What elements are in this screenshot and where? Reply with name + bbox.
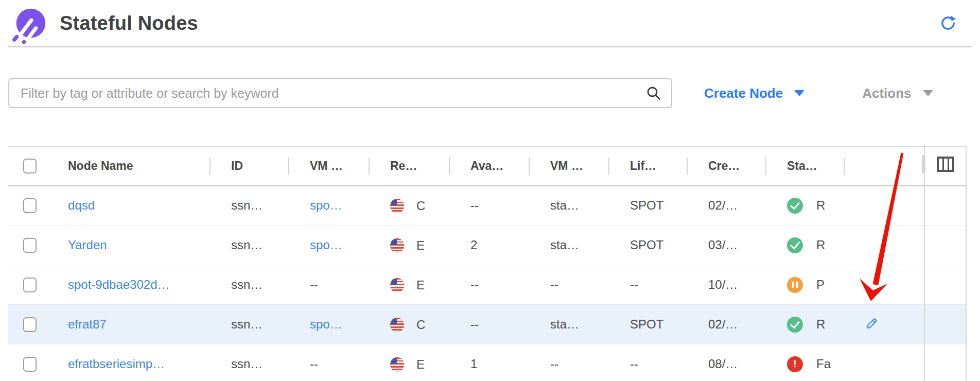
- vm-cell: spo…: [288, 305, 369, 344]
- vm-name-cell: sta…: [529, 305, 608, 344]
- node-name-link[interactable]: efratbseriesimp…: [68, 357, 165, 371]
- table-row[interactable]: efrat87ssn…spo…C--sta…SPOT02/…R: [8, 305, 966, 344]
- table-body: dqsdssn…spo…C--sta…SPOT02/…RYardenssn…sp…: [8, 186, 966, 381]
- create-node-button[interactable]: Create Node: [704, 85, 804, 101]
- status-label: R: [816, 238, 825, 252]
- column-header-cre: Cre…: [687, 147, 765, 186]
- node-id-cell: ssn…: [209, 344, 288, 381]
- availability-zone-cell: --: [449, 265, 529, 305]
- filter-box: [8, 78, 672, 108]
- node-name-link[interactable]: efrat87: [68, 317, 107, 331]
- pencil-icon: [865, 316, 879, 330]
- vm-cell: --: [288, 265, 369, 305]
- node-name-cell: dqsd: [51, 186, 209, 226]
- node-id-cell: ssn…: [209, 226, 288, 265]
- row-checkbox[interactable]: [23, 317, 37, 332]
- row-spacer-cell: [924, 305, 966, 344]
- row-select-cell: [8, 344, 51, 381]
- node-id-cell: ssn…: [209, 265, 288, 305]
- row-checkbox[interactable]: [23, 198, 37, 213]
- vm-link[interactable]: spo…: [310, 238, 342, 252]
- refresh-button[interactable]: [939, 14, 957, 32]
- column-picker-button[interactable]: [936, 156, 955, 172]
- status-cell: R: [765, 226, 844, 265]
- availability-zone-cell: --: [449, 305, 529, 344]
- row-checkbox[interactable]: [23, 357, 37, 372]
- us-flag-icon: [390, 199, 404, 213]
- node-name-link[interactable]: dqsd: [68, 198, 95, 212]
- node-name-cell: efrat87: [51, 305, 209, 344]
- spot-logo-icon: [10, 6, 48, 44]
- region-cell: E: [369, 226, 449, 265]
- us-flag-icon: [390, 357, 404, 372]
- status-cell: !Fa: [765, 344, 844, 381]
- vm-link[interactable]: spo…: [310, 317, 342, 331]
- region-cell: C: [369, 186, 449, 226]
- status-label: R: [816, 317, 825, 332]
- page-header: Stateful Nodes: [8, 0, 972, 47]
- filter-input[interactable]: [9, 86, 645, 101]
- status-paused-icon: [787, 277, 803, 293]
- table-row[interactable]: efratbseriesimp…ssn…--E1----08/…!Fa: [8, 344, 966, 381]
- table-row[interactable]: spot-9dbae302d…ssn…--E------10/…P: [8, 265, 966, 305]
- vm-name-cell: --: [529, 265, 608, 305]
- vm-name-cell: sta…: [529, 186, 608, 226]
- status-failed-icon: !: [787, 356, 803, 372]
- chevron-down-icon: [923, 90, 933, 96]
- table-row[interactable]: dqsdssn…spo…C--sta…SPOT02/…R: [8, 186, 966, 226]
- column-header-nodename: Node Name: [51, 147, 209, 186]
- column-header-id: ID: [209, 147, 288, 186]
- vm-cell: spo…: [288, 226, 369, 265]
- row-actions-cell: [844, 344, 924, 381]
- column-header-actions: [844, 147, 924, 186]
- row-spacer-cell: [924, 344, 966, 381]
- status-running-icon: [787, 317, 803, 333]
- row-spacer-cell: [924, 265, 966, 305]
- edit-node-button[interactable]: [865, 316, 879, 330]
- column-header-re: Re…: [369, 147, 449, 186]
- vm-name-cell: sta…: [529, 226, 608, 265]
- row-checkbox[interactable]: [23, 278, 37, 292]
- node-id-cell: ssn…: [209, 186, 288, 226]
- status-cell: R: [765, 186, 844, 226]
- stateful-nodes-page: Stateful Nodes Create Node Actions: [0, 0, 980, 381]
- region-cell: E: [369, 265, 449, 305]
- refresh-icon: [939, 14, 957, 32]
- vm-link[interactable]: spo…: [310, 198, 342, 212]
- row-checkbox[interactable]: [23, 238, 37, 253]
- scrollbar-thumb[interactable]: [922, 155, 925, 174]
- created-cell: 10/…: [687, 265, 765, 305]
- availability-zone-cell: 2: [449, 226, 529, 265]
- status-running-icon: [787, 237, 803, 253]
- status-label: P: [816, 278, 825, 292]
- created-cell: 03/…: [687, 226, 765, 265]
- row-select-cell: [8, 226, 51, 265]
- column-header-lif: Lif…: [608, 147, 687, 186]
- column-header-sta: Sta…: [765, 147, 844, 186]
- chevron-down-icon: [794, 90, 804, 96]
- select-all-checkbox[interactable]: [23, 159, 37, 174]
- actions-button[interactable]: Actions: [862, 85, 933, 101]
- row-actions-cell: [844, 305, 924, 344]
- vm-cell: --: [288, 344, 369, 381]
- row-actions-cell: [844, 226, 924, 265]
- node-id-cell: ssn…: [209, 305, 288, 344]
- node-name-link[interactable]: Yarden: [68, 238, 107, 252]
- lifecycle-cell: --: [608, 344, 687, 381]
- node-name-cell: efratbseriesimp…: [51, 344, 209, 381]
- column-header-ava: Ava…: [449, 147, 529, 186]
- created-cell: 08/…: [687, 344, 765, 381]
- row-select-cell: [8, 265, 51, 305]
- row-spacer-cell: [924, 186, 966, 226]
- status-cell: P: [765, 265, 844, 305]
- row-actions-cell: [844, 265, 924, 305]
- status-running-icon: [787, 198, 803, 214]
- lifecycle-cell: SPOT: [608, 305, 687, 344]
- region-cell: E: [369, 344, 449, 381]
- nodes-table: Node NameIDVM …Re…Ava…VM …Lif…Cre…Sta… d…: [8, 146, 967, 381]
- node-name-link[interactable]: spot-9dbae302d…: [68, 278, 169, 291]
- toolbar: Create Node Actions: [8, 78, 972, 108]
- lifecycle-cell: --: [608, 265, 687, 305]
- table-row[interactable]: Yardenssn…spo…E2sta…SPOT03/…R: [8, 226, 966, 265]
- status-label: Fa: [816, 357, 831, 371]
